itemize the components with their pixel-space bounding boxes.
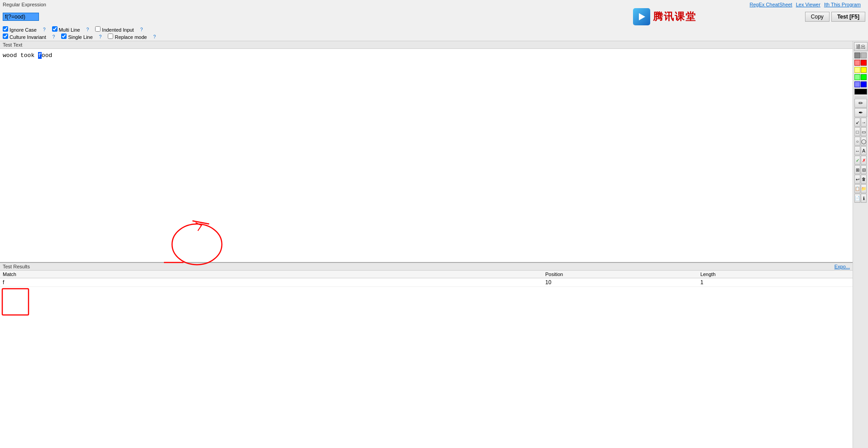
col-length: Length xyxy=(698,271,853,278)
indented-input-checkbox[interactable] xyxy=(95,26,101,32)
tencent-play-icon xyxy=(633,8,650,25)
test-text-before: wood took xyxy=(3,52,38,59)
tool-arrow-left[interactable]: ↙ xyxy=(854,118,860,127)
tool-remove[interactable]: ⊟ xyxy=(861,165,867,174)
indented-input-checkbox-label[interactable]: Indented Input xyxy=(95,26,134,33)
exit-button[interactable]: 退出 xyxy=(854,42,868,51)
ith-program-link[interactable]: Ith This Program xyxy=(824,2,861,7)
multi-line-checkbox[interactable] xyxy=(52,26,58,32)
table-row: f 10 1 xyxy=(0,278,853,287)
app-title: Regular Expression xyxy=(3,2,46,7)
replace-mode-checkbox-label[interactable]: Replace mode xyxy=(108,33,147,40)
tool-arrow-right[interactable]: → xyxy=(861,118,867,127)
copy-button[interactable]: Copy xyxy=(805,12,830,22)
single-line-checkbox-label[interactable]: Single Line xyxy=(61,33,93,40)
color-green[interactable] xyxy=(861,74,867,80)
sidebar-divider-1 xyxy=(854,97,867,97)
regex-cheatsheet-link[interactable]: RegEx CheatSheet xyxy=(750,2,792,7)
tool-delete[interactable]: 🗑 xyxy=(861,175,867,184)
color-gray1[interactable] xyxy=(854,52,860,58)
test-text-highlight-f: f xyxy=(38,52,42,59)
culture-invariant-checkbox[interactable] xyxy=(3,33,8,39)
culture-invariant-checkbox-label[interactable]: Culture Invariant xyxy=(3,33,46,40)
replace-mode-checkbox[interactable] xyxy=(108,33,113,39)
right-sidebar: 退出 xyxy=(853,41,868,448)
col-position: Position xyxy=(542,271,697,278)
col-match: Match xyxy=(0,271,542,278)
tool-cross[interactable]: ✗ xyxy=(861,156,867,165)
test-results-section-header: Test Results xyxy=(3,264,30,269)
multi-line-checkbox-label[interactable]: Multi Line xyxy=(52,26,80,33)
export-link[interactable]: Expo... xyxy=(834,264,850,269)
tool-text[interactable]: A xyxy=(861,146,867,155)
color-green-light[interactable] xyxy=(854,74,860,80)
tool-circle1[interactable]: ○ xyxy=(854,137,860,146)
single-line-help[interactable]: ? xyxy=(99,34,102,39)
tencent-logo-text: 腾讯课堂 xyxy=(653,10,696,24)
tool-circle2[interactable]: ◯ xyxy=(861,137,867,146)
color-yellow[interactable] xyxy=(861,67,867,73)
color-blue-light[interactable] xyxy=(854,81,860,87)
tool-info[interactable]: ℹ xyxy=(861,194,867,203)
result-position: 10 xyxy=(542,278,697,287)
lex-viewer-link[interactable]: Lex Viewer xyxy=(796,2,820,7)
tool-add[interactable]: ⊞ xyxy=(854,165,860,174)
tool-clipboard2[interactable]: 📁 xyxy=(861,184,867,193)
tool-undo[interactable]: ↩ xyxy=(854,175,860,184)
color-red-light[interactable] xyxy=(854,60,860,66)
tool-check[interactable]: ✓ xyxy=(854,156,860,165)
result-match: f xyxy=(0,278,542,287)
color-red[interactable] xyxy=(861,60,867,66)
test-text-section-header: Test Text xyxy=(0,41,853,49)
tool-pencil[interactable]: ✏ xyxy=(854,99,867,108)
tool-pen2[interactable]: ✒ xyxy=(854,108,867,117)
single-line-checkbox[interactable] xyxy=(61,33,67,39)
test-text-after: ood xyxy=(42,52,52,59)
indented-input-help[interactable]: ? xyxy=(140,27,143,32)
replace-mode-help[interactable]: ? xyxy=(153,34,156,39)
tool-clipboard1[interactable]: 📋 xyxy=(854,184,860,193)
regex-input[interactable] xyxy=(3,13,39,21)
ignore-case-checkbox-label[interactable]: Ignore Case xyxy=(3,26,37,33)
tool-rect[interactable]: ▭ xyxy=(861,127,867,136)
test-text-area[interactable]: wood took food xyxy=(0,49,853,262)
color-yellow-light[interactable] xyxy=(854,67,860,73)
ignore-case-help[interactable]: ? xyxy=(43,27,46,32)
color-black[interactable] xyxy=(854,89,867,95)
tool-square[interactable]: □ xyxy=(854,127,860,136)
color-gray2[interactable] xyxy=(861,52,867,58)
multi-line-help[interactable]: ? xyxy=(86,27,89,32)
test-button[interactable]: Test [F5] xyxy=(831,12,865,22)
ignore-case-checkbox[interactable] xyxy=(3,26,8,32)
tool-page[interactable]: 📄 xyxy=(854,194,860,203)
result-length: 1 xyxy=(698,278,853,287)
results-table: Match Position Length f 10 1 xyxy=(0,271,853,287)
color-blue[interactable] xyxy=(861,81,867,87)
culture-invariant-help[interactable]: ? xyxy=(53,34,55,39)
tool-bidirectional[interactable]: ↔ xyxy=(854,146,860,155)
